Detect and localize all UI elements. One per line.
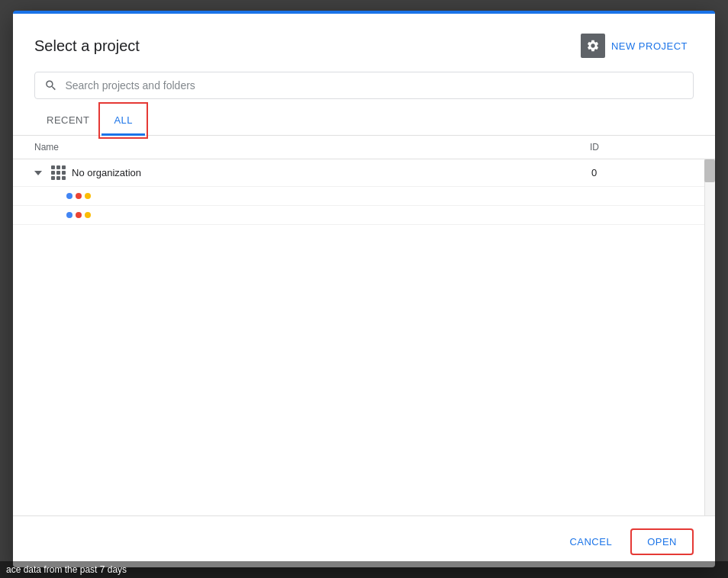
dot-2 [76,193,82,199]
loading-dots-2 [66,212,91,218]
dot-3 [85,193,91,199]
search-icon [44,79,57,92]
bottom-bar: ace data from the past 7 days [0,561,728,578]
dot-6 [85,212,91,218]
tabs-row: RECENT ALL [13,105,715,136]
project-row-1[interactable] [13,187,704,206]
org-row[interactable]: No organization 0 [13,159,704,187]
table-body: No organization 0 [13,159,715,515]
project-row-2[interactable] [13,206,704,225]
project-row-1-name [66,193,591,199]
dot-1 [66,193,72,199]
tab-all[interactable]: ALL [101,105,145,136]
scroll-spacer [681,142,694,153]
org-id: 0 [591,167,683,178]
select-project-dialog: Select a project NEW PROJECT RECENT ALL … [13,11,715,567]
dialog-title: Select a project [34,37,140,55]
search-area [13,72,715,105]
project-row-2-name [66,212,591,218]
search-box [34,72,694,99]
new-project-button[interactable]: NEW PROJECT [575,29,694,63]
col-id-header: ID [590,142,681,153]
gear-icon [581,34,605,58]
col-name-header: Name [34,142,590,153]
chevron-down-icon [34,171,42,175]
loading-dots-1 [66,193,91,199]
table-header: Name ID [13,136,715,159]
new-project-label: NEW PROJECT [611,40,688,52]
org-name: No organization [72,167,141,178]
dialog-footer: CANCEL OPEN [13,515,715,567]
dot-5 [76,212,82,218]
dot-4 [66,212,72,218]
bottom-bar-text: ace data from the past 7 days [6,564,127,575]
cancel-button[interactable]: CANCEL [557,530,624,554]
scrollbar-track[interactable] [704,159,715,515]
search-input[interactable] [65,79,684,92]
dialog-header: Select a project NEW PROJECT [13,14,715,72]
open-button[interactable]: OPEN [630,528,694,555]
tab-recent[interactable]: RECENT [34,105,101,136]
scrollbar-thumb[interactable] [704,159,715,182]
org-row-name: No organization [34,165,591,180]
grid-icon [51,165,66,180]
